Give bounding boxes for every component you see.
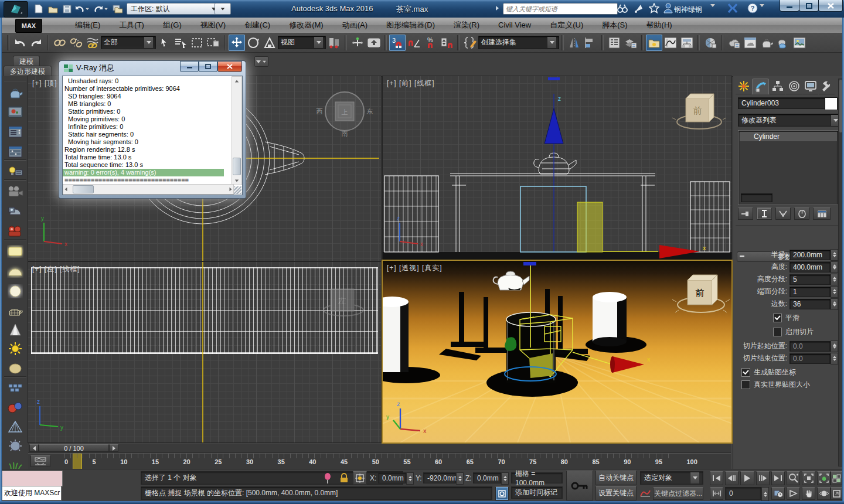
help-icon[interactable]: ? <box>747 3 758 13</box>
vray-plane-light-icon[interactable] <box>6 243 25 260</box>
menu-create[interactable]: 创建(C) <box>235 18 280 33</box>
viewcube-front[interactable]: 前 <box>672 94 726 129</box>
maximize-viewport-toggle-button[interactable] <box>831 487 842 500</box>
menu-graph-editors[interactable]: 图形编辑器(D) <box>377 18 444 33</box>
viewport-left-label[interactable]: [+] [左] [线框] <box>32 264 80 274</box>
vray-proxy-icon[interactable] <box>6 380 25 397</box>
render-setup-button[interactable] <box>726 35 742 51</box>
undo-scene-button[interactable] <box>12 35 28 51</box>
open-file-button[interactable] <box>47 4 59 14</box>
vray-sun-icon[interactable] <box>6 340 25 357</box>
selected-mode-dropdown[interactable]: 选定对象 <box>640 471 703 485</box>
vray-dome-camera-icon[interactable] <box>6 203 25 220</box>
manage-layers-icon[interactable] <box>622 35 639 51</box>
zoom-mode-button[interactable] <box>787 471 800 485</box>
vray-maximize-button[interactable] <box>199 61 217 72</box>
search-expand-arrow[interactable] <box>496 2 502 14</box>
zoom-extents-button[interactable] <box>802 471 815 485</box>
sides-field[interactable]: 36 <box>789 299 831 309</box>
set-key-mode-button[interactable]: 设置关键点 <box>595 486 637 500</box>
pin-stack-button[interactable] <box>738 207 753 220</box>
radius-spinner[interactable] <box>831 249 838 261</box>
favorites-star-icon[interactable] <box>648 3 660 13</box>
rendered-frame-window-button[interactable] <box>742 35 758 51</box>
vray-window-titlebar[interactable]: V-Ray 消息 <box>59 61 246 75</box>
menu-civil-view[interactable]: Civil View <box>489 18 540 33</box>
object-name-field[interactable]: Cylinder003 <box>738 97 827 109</box>
reference-coordinate-dropdown[interactable]: 视图 <box>278 36 326 49</box>
viewport-perspective-label[interactable]: [+] [透视] [真实] <box>387 263 443 273</box>
isolate-selection-toggle-button[interactable] <box>495 486 509 500</box>
track-bar[interactable]: 0510152025303540455055606570758085909510… <box>28 453 731 470</box>
percent-snap-toggle-icon[interactable]: % <box>422 35 438 51</box>
slice-to-field[interactable]: 0.0 <box>789 353 831 364</box>
tab-create[interactable] <box>736 79 751 94</box>
unlink-selection-icon[interactable] <box>68 35 84 51</box>
toggle-ribbon-button[interactable] <box>646 35 662 51</box>
vray-resize-grip[interactable] <box>234 186 241 194</box>
menu-edit[interactable]: 编辑(E) <box>66 18 110 33</box>
vray-vertical-scrollbar[interactable] <box>232 76 242 185</box>
vray-framebuffer-icon[interactable] <box>6 103 25 121</box>
vray-camera-icon[interactable] <box>6 183 25 200</box>
remove-modifier-button[interactable] <box>794 207 809 220</box>
spinner-snap-toggle-icon[interactable] <box>438 35 455 51</box>
max-badge[interactable]: MAX <box>15 19 42 33</box>
height-segments-spinner[interactable] <box>831 274 838 285</box>
vray-mesh-light-icon[interactable] <box>6 302 25 320</box>
real-world-map-checkbox[interactable] <box>741 380 750 389</box>
previous-frame-slider-button[interactable] <box>29 444 39 452</box>
current-frame-spinner[interactable] <box>761 487 769 501</box>
modifier-list-dropdown[interactable]: 修改器列表 <box>738 114 843 127</box>
slice-on-checkbox[interactable] <box>773 328 782 336</box>
named-selection-sets-dropdown[interactable]: 创建选择集 <box>478 36 559 49</box>
menu-animation[interactable]: 动画(A) <box>333 18 377 33</box>
keyboard-shortcut-override-button[interactable] <box>366 35 382 51</box>
viewcube-left[interactable]: 左 <box>324 289 363 316</box>
app-menu-button[interactable] <box>4 1 28 18</box>
menu-tools[interactable]: 工具(T) <box>110 18 154 33</box>
redo-button[interactable] <box>93 4 108 14</box>
viewport-front[interactable]: z x 前 z x [+] [前] [线框] <box>383 76 731 260</box>
user-account-icon[interactable] <box>662 3 674 13</box>
menu-group[interactable]: 组(G) <box>154 18 191 33</box>
cap-segments-spinner[interactable] <box>831 286 838 298</box>
schematic-view-button[interactable] <box>679 35 695 51</box>
material-editor-button[interactable] <box>702 35 719 51</box>
search-input[interactable] <box>503 3 618 15</box>
menu-views[interactable]: 视图(V) <box>191 18 235 33</box>
ribbon-minimize-button[interactable] <box>254 56 268 67</box>
slice-from-field[interactable]: 0.0 <box>789 341 831 352</box>
select-and-manipulate-icon[interactable] <box>349 35 366 51</box>
curve-editor-button[interactable] <box>662 35 679 51</box>
vray-infinite-plane-icon[interactable] <box>6 360 25 377</box>
signed-in-username[interactable]: 钢神绿钢 <box>674 5 702 15</box>
height-spinner[interactable] <box>831 261 838 273</box>
vray-sphere-light-icon[interactable] <box>6 282 25 300</box>
slice-from-spinner[interactable] <box>831 340 838 352</box>
render-last-button[interactable] <box>791 35 808 51</box>
viewcube-top[interactable]: 上 西 东 南 <box>316 92 373 137</box>
project-folder-button[interactable] <box>111 4 123 14</box>
select-object-icon[interactable] <box>156 35 172 51</box>
toolbar-drag-handle[interactable] <box>7 35 9 50</box>
select-and-scale-button[interactable] <box>261 35 278 51</box>
menu-help[interactable]: 帮助(H) <box>637 18 682 33</box>
vray-options-panel-icon[interactable] <box>6 123 25 141</box>
vray-render-teapot-icon[interactable] <box>6 84 25 102</box>
z-coord-spinner[interactable] <box>501 472 509 485</box>
snaps-toggle-3d-button[interactable]: 3 <box>389 35 406 51</box>
modifier-stack-scrollbar[interactable] <box>741 193 772 202</box>
configure-modifier-sets-button[interactable] <box>813 207 831 220</box>
new-file-button[interactable] <box>33 4 45 14</box>
vray-close-button[interactable] <box>217 61 242 72</box>
minimize-button[interactable] <box>780 0 799 12</box>
vray-physical-camera-icon[interactable] <box>6 223 25 240</box>
ribbon-tab-poly-modeling[interactable]: 多边形建模 <box>4 66 52 77</box>
edit-named-selection-sets-icon[interactable] <box>462 35 478 51</box>
select-and-link-icon[interactable] <box>52 35 68 51</box>
sides-spinner[interactable] <box>831 298 838 310</box>
angle-snap-toggle-icon[interactable] <box>406 35 422 51</box>
zoom-extents-selected-button[interactable] <box>817 471 831 485</box>
tab-modify[interactable] <box>752 79 769 94</box>
